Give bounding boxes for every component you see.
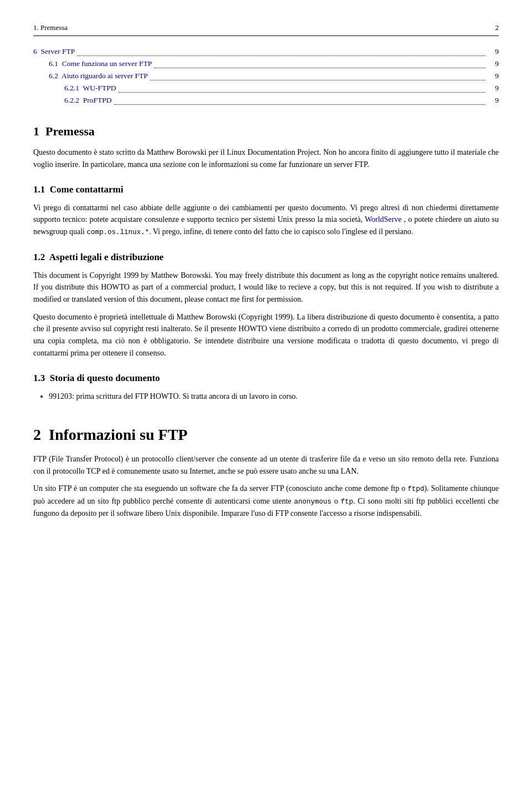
toc-entry-6-1: 6.1 Come funziona un server FTP 9	[33, 58, 499, 70]
subsection-1-2-number: 1.2	[33, 252, 45, 262]
toc-page-6-2-2: 9	[488, 95, 499, 106]
section-2-number: 2	[33, 426, 41, 443]
section-2-title: 2 Informazioni su FTP	[33, 423, 499, 446]
ftpd-code: ftpd	[408, 485, 424, 493]
toc-page-6-2: 9	[488, 70, 499, 82]
toc-entry-6-2: 6.2 Aiuto riguardo ai server FTP 9	[33, 70, 499, 82]
subsection-1-1-title: 1.1 Come contattarmi	[33, 182, 499, 197]
toc-page-6-1: 9	[488, 58, 499, 70]
toc-page-6: 9	[488, 46, 499, 58]
toc-section-6: 6 Server FTP 9 6.1 Come funziona un serv…	[33, 46, 499, 106]
section-1-title: 1 Premessa	[33, 122, 499, 141]
toc-link-6-2-2[interactable]: 6.2.2 ProFTPD	[64, 96, 112, 104]
subsection-1-3-list: 991203: prima scrittura del FTP HOWTO. S…	[49, 390, 499, 403]
toc-entry-6-2-2: 6.2.2 ProFTPD 9	[33, 95, 499, 106]
toc-entry-6-1-label: 6.1 Come funziona un server FTP	[33, 58, 152, 70]
subsection-1-1-number: 1.1	[33, 184, 45, 195]
toc-dots-6-2-2	[114, 93, 485, 105]
worldserve-link[interactable]: WorldServe	[365, 215, 402, 224]
subsection-1-3-label: Storia di questo documento	[50, 373, 160, 383]
section-2-para-2: Un sito FTP è un computer che sta esegue…	[33, 483, 499, 519]
section-2-para-1: FTP (File Transfer Protocol) è un protoc…	[33, 453, 499, 477]
section-1-number: 1	[33, 124, 39, 138]
toc-entry-6-2-1: 6.2.1 WU-FTPD 9	[33, 83, 499, 94]
toc-entry-6: 6 Server FTP 9	[33, 46, 499, 58]
toc-page-6-2-1: 9	[488, 83, 499, 94]
toc-entry-6-2-2-label: 6.2.2 ProFTPD	[33, 95, 112, 106]
toc-entry-6-num: 6 Server FTP	[33, 46, 75, 58]
toc-link-6[interactable]: 6 Server FTP	[33, 47, 75, 55]
newsgroup-text: comp.os.linux.*	[86, 229, 149, 236]
toc-dots-6-1	[154, 57, 485, 68]
toc-link-6-2[interactable]: 6.2 Aiuto riguardo ai server FTP	[49, 72, 148, 80]
header-left: 1. Premessa	[33, 22, 68, 33]
section-2-label: Informazioni su FTP	[49, 426, 187, 443]
section-1-label: Premessa	[45, 124, 95, 138]
subsection-1-1-label: Come contattarmi	[50, 184, 124, 195]
subsection-1-2-label: Aspetti legali e distribuzione	[49, 252, 163, 262]
subsection-1-2-para-1: This document is Copyright 1999 by Matth…	[33, 270, 499, 306]
subsection-1-3-number: 1.3	[33, 373, 45, 383]
section-1-para-1: Questo documento è stato scritto da Matt…	[33, 146, 499, 170]
list-item-1: 991203: prima scrittura del FTP HOWTO. S…	[49, 390, 499, 403]
toc-entry-6-2-1-label: 6.2.1 WU-FTPD	[33, 83, 116, 94]
toc-dots-6	[77, 44, 485, 56]
subsection-1-3-title: 1.3 Storia di questo documento	[33, 371, 499, 385]
toc-dots-6-2	[150, 69, 485, 80]
toc-link-6-1[interactable]: 6.1 Come funziona un server FTP	[49, 59, 152, 68]
subsection-1-2-title: 1.2 Aspetti legali e distribuzione	[33, 250, 499, 265]
list-item-1-text: 991203: prima scrittura del FTP HOWTO. S…	[49, 392, 298, 400]
header-right: 2	[495, 22, 499, 33]
subsection-1-2-para-2: Questo documento è proprietà intellettua…	[33, 311, 499, 359]
toc-link-6-2-1[interactable]: 6.2.1 WU-FTPD	[64, 84, 116, 92]
toc-dots-6-2-1	[119, 81, 485, 93]
toc-entry-6-2-label: 6.2 Aiuto riguardo ai server FTP	[33, 70, 148, 82]
anonymous-code: anonymous	[294, 498, 332, 506]
subsection-1-1-para-1: Vi prego di contattarmi nel caso abbiate…	[33, 202, 499, 238]
page-header: 1. Premessa 2	[33, 22, 499, 36]
ftp-code: ftp	[341, 498, 354, 506]
